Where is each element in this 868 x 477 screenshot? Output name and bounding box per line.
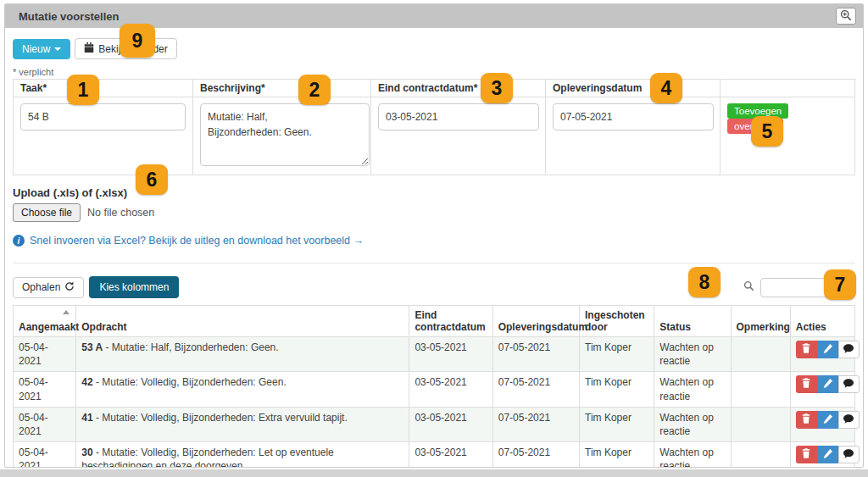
ophalen-label: Ophalen xyxy=(22,281,60,293)
delete-button[interactable] xyxy=(796,411,817,429)
column-header-opleveringsdatum[interactable]: Opleveringsdatum xyxy=(492,306,579,337)
eind-contractdatum-input[interactable] xyxy=(378,103,539,130)
choose-file-button[interactable]: Choose file xyxy=(13,203,81,222)
column-header-aangemaakt[interactable]: Aangemaakt xyxy=(14,306,76,337)
cell-aangemaakt: 05-04-2021 xyxy=(14,407,76,441)
pencil-icon xyxy=(823,378,832,391)
refresh-icon xyxy=(64,281,75,294)
comment-button[interactable] xyxy=(838,341,860,358)
comment-button[interactable] xyxy=(838,375,860,393)
cell-opmerking xyxy=(731,372,790,407)
required-note: * verplicht xyxy=(13,67,855,77)
sort-ascending-icon xyxy=(63,310,70,314)
cell-acties xyxy=(790,407,854,441)
kies-kolommen-button[interactable]: Kies kolommen xyxy=(89,276,179,298)
cell-acties xyxy=(790,337,854,372)
pencil-icon xyxy=(823,413,832,426)
list-toolbar: Ophalen Kies kolommen xyxy=(13,276,855,298)
trash-icon xyxy=(802,378,810,391)
trash-icon xyxy=(802,448,810,461)
speech-bubble-icon xyxy=(843,448,854,461)
calendar-icon xyxy=(84,42,94,55)
excel-help-link[interactable]: Snel invoeren via Excel? Bekijk de uitle… xyxy=(30,235,364,247)
cell-opdracht: 30 - Mutatie: Volledig, Bijzonderheden: … xyxy=(76,442,409,468)
cell-ingeschoten-door: Tim Koper xyxy=(580,407,654,441)
edit-button[interactable] xyxy=(817,411,838,429)
cell-status: Wachten op reactie xyxy=(654,372,731,407)
speech-bubble-icon xyxy=(843,413,854,426)
proposals-table: Aangemaakt Opdracht Eind contractdatum O… xyxy=(13,305,855,468)
cell-status: Wachten op reactie xyxy=(654,442,731,468)
cell-opdracht: 42 - Mutatie: Volledig, Bijzonderheden: … xyxy=(76,372,409,407)
cell-opmerking xyxy=(731,337,790,372)
file-upload-row: Choose file No file chosen xyxy=(13,203,855,222)
cell-ingeschoten-door: Tim Koper xyxy=(580,442,654,468)
table-row: 05-04-2021 42 - Mutatie: Volledig, Bijzo… xyxy=(14,372,855,407)
beschrijving-textarea[interactable]: Mutatie: Half, Bijzonderheden: Geen. xyxy=(200,103,370,166)
excel-info-row: Snel invoeren via Excel? Bekijk de uitle… xyxy=(13,235,855,247)
cell-opmerking xyxy=(731,407,790,441)
column-header-opmerking[interactable]: Opmerking xyxy=(731,306,790,337)
zoom-in-button[interactable] xyxy=(836,8,856,25)
section-divider xyxy=(13,263,855,263)
cell-eind-contractdatum: 03-05-2021 xyxy=(409,372,492,407)
comment-button[interactable] xyxy=(838,411,860,429)
column-header-opdracht[interactable]: Opdracht xyxy=(76,306,409,337)
pencil-icon xyxy=(823,343,832,356)
delete-button[interactable] xyxy=(796,341,817,358)
cell-opdracht: 41 - Mutatie: Volledig, Bijzonderheden: … xyxy=(76,407,409,441)
cell-acties xyxy=(790,372,854,407)
cell-eind-contractdatum: 03-05-2021 xyxy=(409,407,492,441)
nieuw-dropdown-button[interactable]: Nieuw xyxy=(13,39,70,59)
column-header-eind-contractdatum[interactable]: Eind contractdatum xyxy=(409,306,492,337)
annotation-badge-9: 9 xyxy=(120,24,155,58)
edit-button[interactable] xyxy=(817,446,838,463)
panel-content: Nieuw Bekijk kalender * verplicht Taak* … xyxy=(5,28,863,468)
annotation-badge-6: 6 xyxy=(136,164,168,195)
column-header-ingeschoten-door[interactable]: Ingeschoten door xyxy=(580,306,654,337)
column-header-status[interactable]: Status xyxy=(654,306,731,337)
new-proposal-form: Taak* Beschrijving* Eind contractdatum* … xyxy=(13,79,855,175)
cell-opleveringsdatum: 07-05-2021 xyxy=(492,372,579,407)
form-header-taak: Taak* xyxy=(14,80,193,97)
edit-button[interactable] xyxy=(817,341,838,358)
pencil-icon xyxy=(823,448,832,461)
taak-input[interactable] xyxy=(20,103,186,130)
cell-eind-contractdatum: 03-05-2021 xyxy=(409,337,492,372)
comment-button[interactable] xyxy=(838,446,860,463)
no-file-chosen-text: No file chosen xyxy=(87,207,154,219)
table-header-row: Aangemaakt Opdracht Eind contractdatum O… xyxy=(14,306,855,337)
trash-icon xyxy=(802,343,810,356)
annotation-badge-1: 1 xyxy=(67,75,99,105)
cell-opleveringsdatum: 07-05-2021 xyxy=(492,442,579,468)
cell-ingeschoten-door: Tim Koper xyxy=(580,372,654,407)
delete-button[interactable] xyxy=(796,446,817,463)
ophalen-button[interactable]: Ophalen xyxy=(13,277,84,298)
edit-button[interactable] xyxy=(817,375,838,393)
cell-acties xyxy=(790,442,854,468)
column-header-acties: Acties xyxy=(790,306,854,337)
trash-icon xyxy=(802,413,810,426)
cell-ingeschoten-door: Tim Koper xyxy=(580,337,654,372)
cell-aangemaakt: 05-04-2021 xyxy=(14,337,76,372)
cell-opdracht: 53 A - Mutatie: Half, Bijzonderheden: Ge… xyxy=(76,337,409,372)
cell-status: Wachten op reactie xyxy=(654,337,731,372)
cell-eind-contractdatum: 03-05-2021 xyxy=(409,442,492,468)
page-title: Mutatie voorstellen xyxy=(19,10,119,23)
opleveringsdatum-input[interactable] xyxy=(553,103,714,130)
info-icon xyxy=(13,235,25,247)
table-row: 05-04-2021 53 A - Mutatie: Half, Bijzond… xyxy=(14,337,855,372)
annotation-badge-4: 4 xyxy=(650,73,682,103)
page-bottom-strip xyxy=(0,469,868,477)
speech-bubble-icon xyxy=(843,378,854,391)
chevron-down-icon xyxy=(54,47,61,51)
annotation-badge-3: 3 xyxy=(481,73,513,103)
table-row: 05-04-2021 30 - Mutatie: Volledig, Bijzo… xyxy=(14,442,855,468)
annotation-badge-7: 7 xyxy=(824,269,856,300)
form-header-actions xyxy=(721,80,855,97)
cell-opleveringsdatum: 07-05-2021 xyxy=(492,407,579,441)
delete-button[interactable] xyxy=(796,375,817,393)
magnifier-plus-icon xyxy=(840,9,852,24)
cell-opmerking xyxy=(731,442,790,468)
nieuw-dropdown-label: Nieuw xyxy=(22,43,50,55)
